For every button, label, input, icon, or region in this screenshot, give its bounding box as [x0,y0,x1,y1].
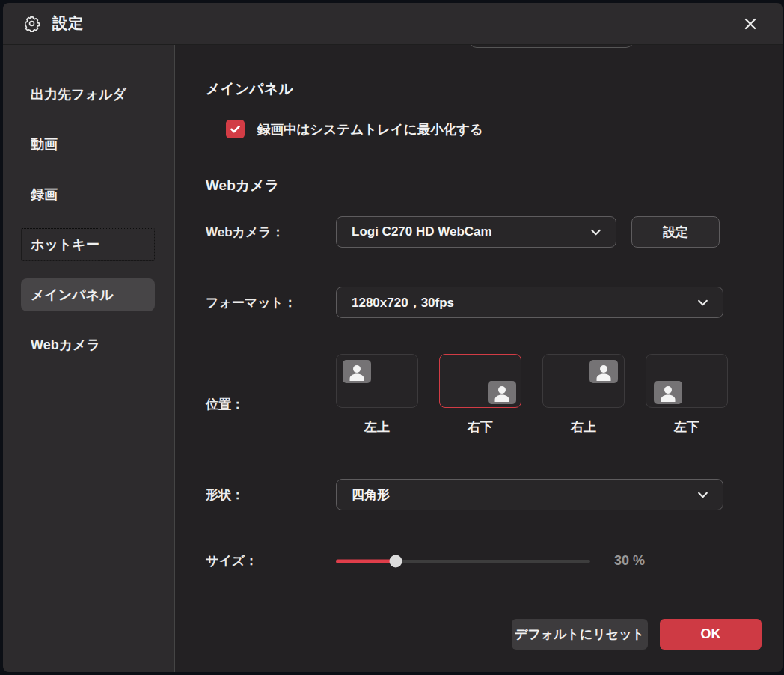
position-option-top-left[interactable]: 左上 [336,354,418,436]
shape-label: 形状： [206,486,336,504]
position-option-bottom-left[interactable]: 左下 [646,354,728,436]
sidebar-item-label: 録画 [31,186,58,204]
format-select[interactable]: 1280x720，30fps [336,287,723,318]
format-label: フォーマット： [206,294,336,311]
person-icon [343,360,371,383]
settings-content: メインパネル 録画中はシステムトレイに最小化する Webカメラ Webカメラ： … [175,45,783,672]
ok-button[interactable]: OK [660,619,762,650]
slider-fill [336,559,396,563]
dialog-title: 設定 [52,13,84,34]
position-thumbnail [542,354,625,408]
person-icon [488,381,516,404]
position-option-top-right[interactable]: 右上 [542,354,625,436]
webcam-device-value: Logi C270 HD WebCam [352,225,492,239]
webcam-shape-row: 形状： 四角形 [206,479,783,510]
sidebar-item-label: 動画 [31,135,58,153]
shape-value: 四角形 [352,486,390,504]
position-option-label: 左上 [364,418,390,436]
position-label: 位置： [206,376,336,413]
webcam-format-row: フォーマット： 1280x720，30fps [206,287,783,318]
position-thumbnail [336,354,418,408]
titlebar: 設定 [3,3,783,45]
footer-buttons: デフォルトにリセット OK [512,619,762,650]
shape-select[interactable]: 四角形 [336,479,723,510]
webcam-settings-button[interactable]: 設定 [631,216,720,248]
sidebar-item-video[interactable]: 動画 [21,128,155,161]
webcam-device-label: Webカメラ： [206,224,336,241]
webcam-device-select[interactable]: Logi C270 HD WebCam [336,216,616,248]
close-button[interactable] [738,11,763,37]
reset-defaults-button[interactable]: デフォルトにリセット [512,619,648,650]
slider-thumb[interactable] [389,555,402,567]
check-icon [229,123,242,135]
size-value: 30 % [614,553,645,569]
position-option-label: 右上 [571,418,596,436]
chevron-down-icon [589,226,602,239]
sidebar-item-recording[interactable]: 録画 [21,178,155,211]
section-title-webcam: Webカメラ [206,176,783,195]
sidebar-item-output-folder[interactable]: 出力先フォルダ [21,78,155,111]
sidebar-item-hotkeys[interactable]: ホットキー [21,228,155,261]
position-options: 左上 右下 [336,354,728,436]
position-thumbnail [646,354,728,408]
sidebar-item-label: Webカメラ [31,336,100,354]
position-option-bottom-right[interactable]: 右下 [439,354,521,436]
position-option-label: 右下 [468,418,493,436]
section-title-main-panel: メインパネル [206,79,783,99]
minimize-to-tray-checkbox-row[interactable]: 録画中はシステムトレイに最小化する [206,120,783,138]
sidebar-item-main-panel[interactable]: メインパネル [21,278,155,311]
webcam-device-row: Webカメラ： Logi C270 HD WebCam 設定 [206,216,783,248]
position-thumbnail [439,354,521,408]
sidebar-item-label: 出力先フォルダ [31,85,126,103]
size-slider[interactable] [336,555,590,567]
chevron-down-icon [696,296,709,309]
sidebar-item-webcam[interactable]: Webカメラ [21,329,155,361]
scrolled-out-dropdown [469,45,634,48]
sidebar-item-label: ホットキー [31,236,99,254]
sidebar-item-label: メインパネル [31,286,114,304]
position-option-label: 左下 [674,418,699,436]
person-icon [654,381,682,404]
chevron-down-icon [696,489,709,501]
settings-sidebar: 出力先フォルダ 動画 録画 ホットキー メインパネル Webカメラ [3,45,175,672]
size-label: サイズ： [206,552,336,569]
webcam-size-row: サイズ： 30 % [206,552,783,569]
format-value: 1280x720，30fps [352,294,454,311]
minimize-to-tray-checkbox[interactable] [226,120,245,138]
webcam-position-row: 位置： 左上 [206,354,783,436]
settings-dialog: 設定 出力先フォルダ 動画 録画 ホットキー メインパネル [3,3,783,672]
close-icon [743,16,758,31]
minimize-to-tray-label: 録画中はシステムトレイに最小化する [257,120,483,138]
person-icon [589,360,618,383]
gear-icon [22,15,40,33]
